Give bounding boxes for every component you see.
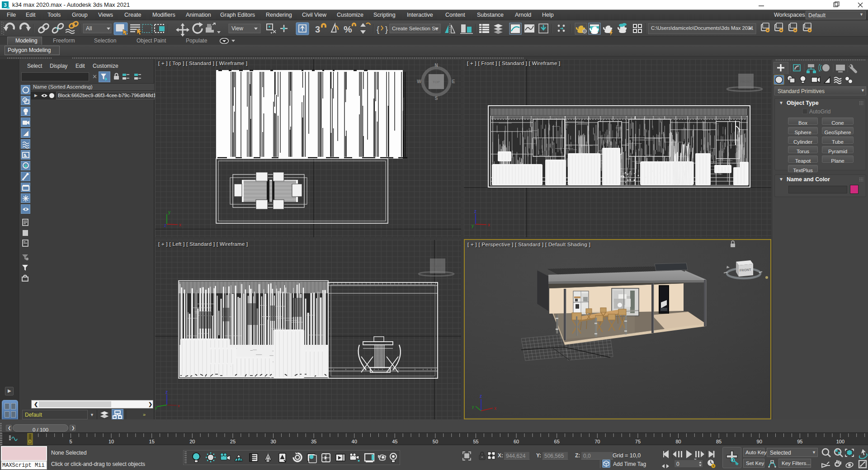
svg-text:View: View (231, 25, 243, 32)
svg-text:20: 20 (189, 439, 195, 444)
svg-text:}: } (385, 25, 388, 34)
svg-text:55: 55 (473, 439, 478, 444)
svg-text:3: 3 (4, 2, 6, 8)
svg-text:25: 25 (230, 439, 236, 444)
svg-text:%: % (344, 24, 352, 34)
svg-text:E: E (452, 79, 455, 84)
svg-text:3: 3 (315, 24, 320, 34)
svg-text:y: y (155, 405, 157, 410)
svg-text:{: { (377, 25, 379, 34)
svg-text:x: x (494, 406, 496, 411)
svg-text:60: 60 (514, 439, 519, 444)
svg-text:z: z (165, 390, 168, 395)
svg-text:65: 65 (554, 439, 560, 444)
svg-text:C:\Users\damicelo\Documents\3d: C:\Users\damicelo\Documents\3ds Max 2021 (651, 25, 754, 31)
svg-text:z: z (164, 223, 166, 228)
svg-text:x: x (178, 404, 180, 408)
svg-text:y: y (472, 404, 474, 409)
svg-text:80: 80 (675, 439, 681, 444)
svg-text:TOP: TOP (433, 80, 440, 84)
svg-text:z: z (474, 209, 476, 214)
svg-text:All: All (86, 25, 92, 32)
svg-text:100: 100 (836, 439, 844, 444)
svg-text:50: 50 (433, 439, 438, 444)
svg-text:W: W (417, 79, 421, 84)
svg-text:x: x (488, 222, 490, 227)
svg-text:Create Selection Se: Create Selection Se (392, 26, 438, 31)
svg-text:y: y (168, 210, 170, 215)
svg-text:15: 15 (149, 439, 155, 444)
svg-text:LEFT: LEFT (434, 264, 442, 268)
svg-text:S: S (435, 96, 438, 101)
svg-text:10: 10 (108, 439, 114, 444)
svg-text:75: 75 (635, 439, 641, 444)
svg-text:95: 95 (797, 439, 802, 444)
svg-text:85: 85 (716, 439, 722, 444)
svg-text:N: N (434, 63, 438, 68)
svg-text:FRONT: FRONT (740, 268, 752, 273)
svg-text:90: 90 (757, 439, 762, 444)
svg-text:y: y (472, 223, 474, 228)
svg-text:40: 40 (352, 439, 357, 444)
svg-text:z: z (480, 394, 482, 399)
svg-text:x: x (179, 222, 181, 227)
svg-text:0: 0 (28, 439, 31, 444)
svg-text:FRONT: FRONT (740, 80, 752, 84)
svg-text:5: 5 (69, 439, 72, 444)
svg-text:45: 45 (392, 439, 397, 444)
svg-text:30: 30 (270, 439, 276, 444)
svg-text:35: 35 (311, 439, 316, 444)
svg-text:70: 70 (594, 439, 600, 444)
